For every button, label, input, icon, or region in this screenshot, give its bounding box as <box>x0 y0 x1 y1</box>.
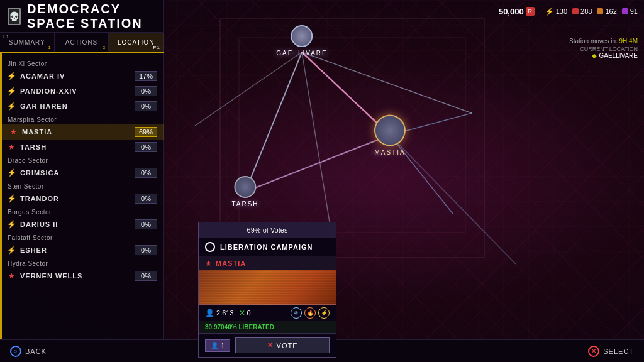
current-location-label: CURRENT LOCATION <box>569 46 638 52</box>
vote-button[interactable]: ✕ VOTE <box>235 337 330 353</box>
tab-bar: L1 SUMMARY 1 ACTIONS 2 LOCATION P1 <box>0 33 164 53</box>
planet-name-crimsica: CRIMSICA <box>20 169 135 177</box>
campaign-actions: 👤 1 ✕ VOTE <box>199 333 336 357</box>
planet-item-vernen[interactable]: ★ VERNEN WELLS 0% <box>0 268 164 283</box>
status-icon-freeze: ❄ <box>291 307 302 319</box>
planet-icon-gar-haren: ⚡ <box>6 101 16 111</box>
planet-pct-acamar: 17% <box>135 71 157 81</box>
station-info: Station moves in: 9H 4M CURRENT LOCATION… <box>569 38 638 59</box>
planet-item-darius[interactable]: ⚡ DARIUS II 0% <box>0 217 164 232</box>
sector-header-draco: Draco Sector <box>0 155 164 165</box>
campaign-stats: 👤 2,613 ✕ 0 ❄ 🔥 ⚡ <box>199 305 336 321</box>
planet-name-pandion: PANDION-XXIV <box>20 87 135 95</box>
back-label: BACK <box>25 348 47 355</box>
tarsh-circle <box>235 176 257 198</box>
current-location-value: ◆ GAELLIVARE <box>569 52 638 59</box>
campaign-planet-icon: ★ <box>205 259 212 268</box>
resource-orange: 162 <box>597 8 616 15</box>
vote-count-value: 1 <box>221 342 225 349</box>
planet-name-esher: ESHER <box>20 246 135 254</box>
planet-item-esher[interactable]: ⚡ ESHER 0% <box>0 243 164 258</box>
location-diamond-icon: ◆ <box>592 52 597 59</box>
planet-pct-darius: 0% <box>135 219 157 229</box>
planet-pct-mastia: 69% <box>135 127 157 137</box>
tab-location-number: P1 <box>153 45 160 50</box>
planet-item-gar-haren[interactable]: ⚡ GAR HAREN 0% <box>0 99 164 114</box>
planet-icon-trandor: ⚡ <box>6 194 16 204</box>
campaign-image-overlay <box>199 270 336 304</box>
planet-pct-pandion: 0% <box>135 86 157 96</box>
campaign-title: LIBERATION CAMPAIGN <box>220 243 313 251</box>
planet-item-pandion[interactable]: ⚡ PANDION-XXIV 0% <box>0 84 164 99</box>
tab-actions[interactable]: ACTIONS 2 <box>55 33 109 52</box>
planet-icon-tarsh: ★ <box>6 142 16 152</box>
tab-location[interactable]: LOCATION P1 <box>109 33 164 52</box>
planet-pct-esher: 0% <box>135 245 157 255</box>
sector-header-jin-xi: Jin Xi Sector <box>0 58 164 69</box>
planet-name-mastia: MASTIA <box>22 128 135 136</box>
planet-name-tarsh: TARSH <box>20 143 135 151</box>
resource-purple-value: 91 <box>630 8 638 15</box>
planet-icon-darius: ⚡ <box>6 219 16 229</box>
planet-pct-gar-haren: 0% <box>135 101 157 111</box>
players-icon: 👤 <box>205 309 214 317</box>
resource-red-value: 288 <box>580 8 592 15</box>
planet-name-vernen: VERNEN WELLS <box>20 272 135 280</box>
campaign-circle-icon <box>205 242 215 252</box>
tab-actions-number: 2 <box>103 45 106 50</box>
back-circle-icon: ○ <box>10 346 21 357</box>
map-node-tarsh[interactable]: TARSH <box>231 176 258 207</box>
status-icon-lightning: ⚡ <box>318 307 330 319</box>
back-button[interactable]: ○ BACK <box>10 346 47 357</box>
planet-pct-vernen: 0% <box>135 271 157 281</box>
mastia-circle <box>374 115 406 146</box>
header: 💀 DEMOCRACY SPACE STATION <box>0 0 163 33</box>
planet-item-trandor[interactable]: ⚡ TRANDOR 0% <box>0 191 164 206</box>
planet-icon-pandion: ⚡ <box>6 86 16 96</box>
divider <box>540 5 540 18</box>
sector-header-borgus: Borgus Sector <box>0 206 164 217</box>
sector-header-marspira: Marspira Sector <box>0 114 164 124</box>
campaign-popup: 69% of Votes LIBERATION CAMPAIGN ★ MASTI… <box>198 222 336 358</box>
select-button[interactable]: ✕ SELECT <box>588 346 634 357</box>
location-name: GAELLIVARE <box>599 52 638 59</box>
tab-summary-badge: L1 <box>3 34 9 40</box>
planet-item-crimsica[interactable]: ⚡ CRIMSICA 0% <box>0 165 164 180</box>
map-node-gaellivare[interactable]: GAELLIVARE <box>276 25 328 57</box>
planet-icon-crimsica: ⚡ <box>6 168 16 178</box>
resources-panel: 50,000 R ⚡ 130 288 162 91 <box>499 5 638 18</box>
resource-main: 50,000 R <box>499 7 535 16</box>
status-icon-fire: 🔥 <box>304 307 316 319</box>
planet-pct-trandor: 0% <box>135 194 157 204</box>
planet-icon-esher: ⚡ <box>6 245 16 255</box>
resource-lightning: ⚡ 130 <box>545 8 567 16</box>
planet-name-gar-haren: GAR HAREN <box>20 102 135 110</box>
select-label: SELECT <box>603 348 634 355</box>
resource-lightning-icon: ⚡ <box>545 8 554 16</box>
gaellivare-circle <box>291 25 313 47</box>
resource-main-value: 50,000 <box>499 7 524 16</box>
planet-name-acamar: ACAMAR IV <box>20 72 135 80</box>
vote-x-icon: ✕ <box>267 341 274 349</box>
station-moves-row: Station moves in: 9H 4M <box>569 38 638 45</box>
planet-pct-tarsh: 0% <box>135 142 157 152</box>
map-node-mastia[interactable]: MASTIA <box>374 115 406 156</box>
tarsh-label: TARSH <box>231 200 258 207</box>
planet-icon-vernen: ★ <box>6 271 16 281</box>
planet-icon-mastia: ★ <box>8 127 18 137</box>
planet-item-acamar[interactable]: ⚡ ACAMAR IV 17% <box>0 69 164 84</box>
tab-location-label: LOCATION <box>118 39 154 46</box>
resource-red-icon <box>572 8 579 14</box>
players-count: 2,613 <box>216 309 234 317</box>
mastia-label: MASTIA <box>374 149 405 156</box>
planet-item-tarsh[interactable]: ★ TARSH 0% <box>0 140 164 155</box>
resource-purple: 91 <box>622 8 638 15</box>
planet-item-mastia[interactable]: ★ MASTIA 69% <box>0 124 164 140</box>
tab-summary[interactable]: L1 SUMMARY 1 <box>0 33 55 52</box>
stat-players: 👤 2,613 <box>205 309 234 317</box>
vote-label: VOTE <box>277 342 298 349</box>
campaign-title-row: LIBERATION CAMPAIGN <box>199 238 336 256</box>
resource-red: 288 <box>572 8 592 15</box>
campaign-planet-row: ★ MASTIA <box>199 256 336 270</box>
station-moves-label: Station moves in: <box>569 38 618 45</box>
